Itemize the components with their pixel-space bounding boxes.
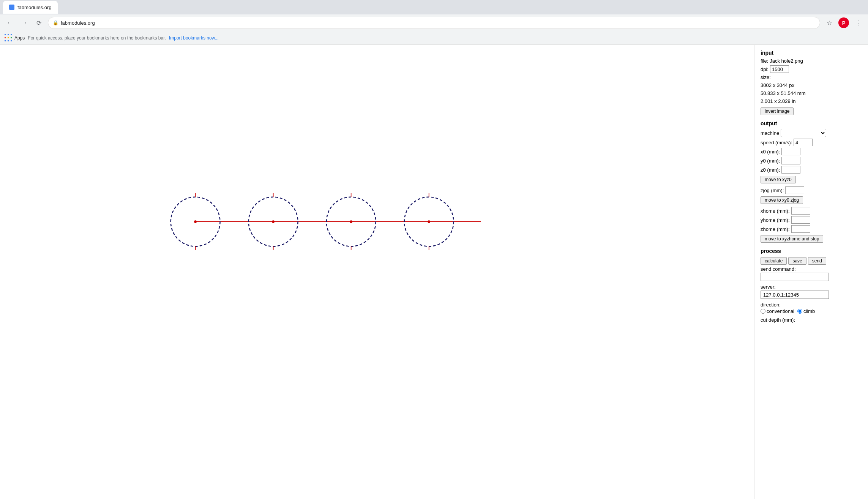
- y0-row: y0 (mm):: [761, 157, 862, 164]
- move-xyzhome-row: move to xyzhome and stop: [761, 234, 862, 243]
- conventional-radio-label[interactable]: conventional: [761, 308, 794, 314]
- z0-input[interactable]: [781, 166, 800, 174]
- xhome-input[interactable]: [791, 207, 810, 215]
- send-command-label: send command:: [761, 266, 796, 272]
- reload-button[interactable]: ⟳: [33, 17, 44, 28]
- server-input[interactable]: [761, 291, 829, 299]
- zhome-input[interactable]: [791, 225, 810, 233]
- process-section: process calculate save send send command…: [761, 248, 862, 323]
- svg-point-2: [194, 220, 197, 223]
- import-bookmarks-link[interactable]: Import bookmarks now...: [169, 35, 219, 41]
- speed-row: speed (mm/s):: [761, 139, 862, 146]
- z0-row: z0 (mm):: [761, 166, 862, 174]
- forward-button[interactable]: →: [19, 17, 30, 28]
- zjog-row: zjog (mm):: [761, 186, 862, 194]
- zhome-row: zhome (mm):: [761, 225, 862, 233]
- output-section-title: output: [761, 120, 862, 126]
- canvas-area: [0, 45, 754, 499]
- move-xy0zjog-button[interactable]: move to xy0 zjog: [761, 196, 803, 204]
- conventional-radio[interactable]: [761, 309, 765, 314]
- size-block: 3002 x 3044 px 50.833 x 51.544 mm 2.001 …: [761, 82, 862, 105]
- tab-bar: fabmodules.org: [0, 0, 868, 14]
- apps-grid-icon: [5, 34, 13, 42]
- x0-input[interactable]: [781, 148, 800, 155]
- address-bar[interactable]: 🔒 fabmodules.org: [48, 17, 820, 29]
- move-xyz0-row: move to xyz0: [761, 175, 862, 183]
- dpi-row: dpi:: [761, 65, 862, 73]
- output-section: output machine speed (mm/s): x0 (mm): y0…: [761, 120, 862, 243]
- xhome-label: xhome (mm):: [761, 208, 790, 214]
- back-button[interactable]: ←: [5, 17, 15, 28]
- process-buttons-row: calculate save send: [761, 256, 862, 265]
- cut-depth-label: cut depth (mm):: [761, 317, 795, 323]
- chrome-menu-button[interactable]: ⋮: [853, 17, 863, 28]
- speed-label: speed (mm/s):: [761, 140, 792, 145]
- url-text: fabmodules.org: [61, 20, 815, 26]
- move-xyz0-button[interactable]: move to xyz0: [761, 176, 796, 183]
- lock-icon: 🔒: [53, 20, 58, 25]
- y0-label: y0 (mm):: [761, 158, 780, 164]
- move-xyzhome-button[interactable]: move to xyzhome and stop: [761, 235, 823, 243]
- right-panel: input file: Jack hole2.png dpi: size: 30…: [754, 45, 868, 499]
- server-row: server:: [761, 284, 862, 299]
- bookmark-prompt: For quick access, place your bookmarks h…: [28, 35, 166, 41]
- climb-radio-label[interactable]: climb: [797, 308, 815, 314]
- svg-point-6: [350, 220, 352, 223]
- file-name: Jack hole2.png: [770, 58, 803, 64]
- send-command-row: send command:: [761, 266, 862, 281]
- send-command-input[interactable]: [761, 273, 829, 281]
- file-row: file: Jack hole2.png: [761, 58, 862, 64]
- pinterest-button[interactable]: P: [838, 17, 849, 28]
- yhome-row: yhome (mm):: [761, 216, 862, 224]
- direction-radio-group: conventional climb: [761, 308, 862, 314]
- process-section-title: process: [761, 248, 862, 254]
- direction-label: direction:: [761, 302, 781, 308]
- input-section: input file: Jack hole2.png dpi: size: 30…: [761, 50, 862, 115]
- x0-label: x0 (mm):: [761, 149, 780, 155]
- input-section-title: input: [761, 50, 862, 56]
- dpi-input[interactable]: [770, 65, 789, 73]
- svg-point-4: [272, 220, 275, 223]
- size-in: 2.001 x 2.029 in: [761, 98, 862, 106]
- size-mm: 50.833 x 51.544 mm: [761, 90, 862, 98]
- yhome-label: yhome (mm):: [761, 217, 790, 223]
- bookmark-bar: Apps For quick access, place your bookma…: [0, 31, 868, 45]
- move-xyz0zjog-row: move to xy0 zjog: [761, 196, 862, 204]
- canvas-svg: [0, 45, 754, 499]
- climb-label: climb: [803, 308, 815, 314]
- xhome-row: xhome (mm):: [761, 207, 862, 215]
- server-label: server:: [761, 284, 776, 290]
- calculate-button[interactable]: calculate: [761, 257, 787, 265]
- cut-depth-row: cut depth (mm):: [761, 317, 862, 323]
- save-button[interactable]: save: [788, 257, 806, 265]
- invert-btn-row: invert image: [761, 107, 862, 115]
- zjog-input[interactable]: [785, 186, 804, 194]
- climb-radio[interactable]: [797, 309, 802, 314]
- conventional-label: conventional: [767, 308, 794, 314]
- size-row: size:: [761, 74, 862, 80]
- y0-input[interactable]: [781, 157, 800, 164]
- active-tab[interactable]: fabmodules.org: [3, 1, 58, 14]
- machine-label: machine: [761, 130, 779, 136]
- svg-point-8: [428, 220, 430, 223]
- dpi-label: dpi:: [761, 66, 769, 72]
- machine-select[interactable]: [781, 129, 826, 137]
- nav-bar: ← → ⟳ 🔒 fabmodules.org ☆ P ⋮: [0, 14, 868, 31]
- bookmark-star-button[interactable]: ☆: [824, 17, 835, 28]
- speed-input[interactable]: [794, 139, 813, 146]
- main-layout: input file: Jack hole2.png dpi: size: 30…: [0, 45, 868, 499]
- tab-title: fabmodules.org: [17, 5, 52, 10]
- x0-row: x0 (mm):: [761, 148, 862, 155]
- zhome-label: zhome (mm):: [761, 226, 790, 232]
- z0-label: z0 (mm):: [761, 167, 780, 173]
- direction-row: direction: conventional climb: [761, 302, 862, 314]
- file-label: file:: [761, 58, 768, 64]
- yhome-input[interactable]: [791, 216, 810, 224]
- machine-row: machine: [761, 129, 862, 137]
- apps-shortcut[interactable]: Apps: [5, 34, 25, 42]
- send-button[interactable]: send: [808, 257, 826, 265]
- zjog-label: zjog (mm):: [761, 188, 784, 193]
- tab-favicon: [9, 5, 14, 10]
- apps-label: Apps: [14, 35, 25, 41]
- invert-image-button[interactable]: invert image: [761, 107, 794, 115]
